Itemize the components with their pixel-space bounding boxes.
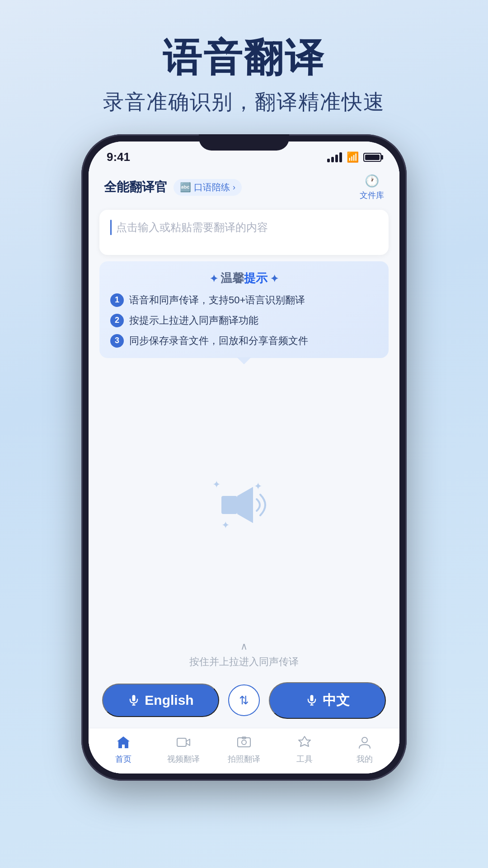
svg-marker-1	[237, 487, 253, 523]
photo-translate-icon	[235, 734, 253, 751]
tips-num-1: 1	[110, 293, 124, 307]
my-icon	[356, 734, 373, 751]
sync-arrow-icon: ∧	[89, 641, 399, 652]
svg-marker-10	[186, 739, 190, 745]
page-title: 语音翻译	[103, 36, 385, 79]
tab-photo-translate[interactable]: 拍照翻译	[214, 734, 274, 764]
tab-home[interactable]: 首页	[93, 734, 154, 764]
wifi-icon: 📶	[347, 151, 359, 163]
nav-badge[interactable]: 🔤 口语陪练 ›	[174, 179, 242, 196]
svg-rect-9	[177, 738, 186, 746]
tips-title-text: ✦ 温馨提示 ✦	[210, 271, 278, 285]
tab-my[interactable]: 我的	[334, 734, 395, 764]
bottom-buttons: English ⇅ 中文	[89, 675, 399, 728]
svg-marker-14	[299, 736, 310, 746]
tab-video-label: 视频翻译	[167, 754, 200, 764]
translate-icon: 🔤	[180, 182, 191, 193]
phone-notch	[199, 134, 289, 151]
video-translate-icon	[175, 734, 192, 751]
tips-num-3: 3	[110, 334, 124, 348]
swap-button[interactable]: ⇅	[228, 684, 260, 716]
mic-icon-english	[127, 694, 140, 707]
chinese-button[interactable]: 中文	[269, 682, 386, 719]
chinese-button-label: 中文	[323, 691, 350, 710]
tips-item-text-2: 按提示上拉进入同声翻译功能	[129, 313, 258, 328]
app-content: 全能翻译官 🔤 口语陪练 › 🕐 文件库	[89, 167, 399, 774]
phone-screen: 9:41 📶 全能翻译官	[89, 142, 399, 774]
tab-tools-label: 工具	[296, 754, 313, 764]
tab-photo-label: 拍照翻译	[228, 754, 260, 764]
app-name: 全能翻译官	[104, 179, 167, 196]
tips-title: ✦ 温馨提示 ✦	[110, 270, 378, 286]
svg-rect-5	[310, 695, 313, 701]
tips-hint-text: 提示	[244, 271, 267, 285]
sync-hint: ∧ 按住并上拉进入同声传译	[89, 641, 399, 675]
tips-card: ✦ 温馨提示 ✦ 1 语音和同声传译，支持50+语言识别翻译 2 按提示上拉进入…	[99, 261, 389, 358]
english-button[interactable]: English	[102, 684, 219, 717]
tips-item-2: 2 按提示上拉进入同声翻译功能	[110, 313, 378, 328]
nav-badge-arrow: ›	[233, 183, 235, 192]
speaker-icon: ✦ ✦ ✦	[217, 482, 271, 528]
sparkle-icon-1: ✦	[212, 479, 221, 491]
app-nav: 全能翻译官 🔤 口语陪练 › 🕐 文件库	[89, 167, 399, 205]
svg-marker-8	[117, 736, 130, 748]
svg-rect-11	[238, 738, 250, 747]
tab-home-label: 首页	[115, 754, 131, 764]
app-nav-left: 全能翻译官 🔤 口语陪练 ›	[104, 179, 242, 196]
nav-badge-label: 口语陪练	[194, 181, 230, 193]
tips-item-text-1: 语音和同声传译，支持50+语言识别翻译	[129, 292, 305, 307]
swap-icon: ⇅	[239, 693, 249, 708]
tips-star-right: ✦	[267, 273, 278, 284]
tips-star-left: ✦	[210, 273, 221, 284]
status-icons: 📶	[327, 151, 381, 163]
sync-hint-text: 按住并上拉进入同声传译	[189, 656, 299, 667]
battery-icon	[363, 153, 381, 162]
tips-item-1: 1 语音和同声传译，支持50+语言识别翻译	[110, 292, 378, 307]
tab-bar: 首页 视频翻译	[89, 728, 399, 774]
tools-icon	[296, 734, 313, 751]
svg-rect-2	[132, 695, 136, 701]
phone-frame: 9:41 📶 全能翻译官	[81, 134, 407, 781]
sparkle-icon-3: ✦	[221, 519, 230, 531]
input-placeholder-text: 点击输入或粘贴需要翻译的内容	[116, 220, 268, 235]
tips-item-text-3: 同步保存录音文件，回放和分享音频文件	[129, 333, 308, 348]
speaker-area: ✦ ✦ ✦	[89, 365, 399, 641]
english-button-label: English	[145, 693, 193, 708]
tab-tools[interactable]: 工具	[274, 734, 335, 764]
svg-point-12	[242, 740, 246, 745]
phone-mockup: 9:41 📶 全能翻译官	[81, 134, 407, 781]
tab-my-label: 我的	[357, 754, 373, 764]
svg-rect-0	[221, 496, 237, 514]
tab-video-translate[interactable]: 视频翻译	[154, 734, 214, 764]
file-lib-label: 文件库	[360, 190, 384, 201]
home-icon	[115, 734, 132, 751]
mic-icon-chinese	[305, 694, 318, 707]
signal-icon	[327, 152, 342, 162]
file-lib-button[interactable]: 🕐 文件库	[360, 174, 384, 201]
tips-item-3: 3 同步保存录音文件，回放和分享音频文件	[110, 333, 378, 348]
sparkle-icon-2: ✦	[254, 481, 262, 492]
page-subtitle: 录音准确识别，翻译精准快速	[103, 88, 385, 116]
status-time: 9:41	[107, 150, 130, 164]
page-header: 语音翻译 录音准确识别，翻译精准快速	[103, 36, 385, 116]
input-placeholder: 点击输入或粘贴需要翻译的内容	[110, 220, 378, 235]
tips-warm-text: 温馨	[221, 271, 244, 285]
svg-point-15	[362, 737, 367, 743]
input-area[interactable]: 点击输入或粘贴需要翻译的内容	[99, 210, 389, 255]
tips-num-2: 2	[110, 314, 124, 327]
input-cursor	[110, 220, 112, 235]
file-lib-icon: 🕐	[365, 174, 379, 188]
